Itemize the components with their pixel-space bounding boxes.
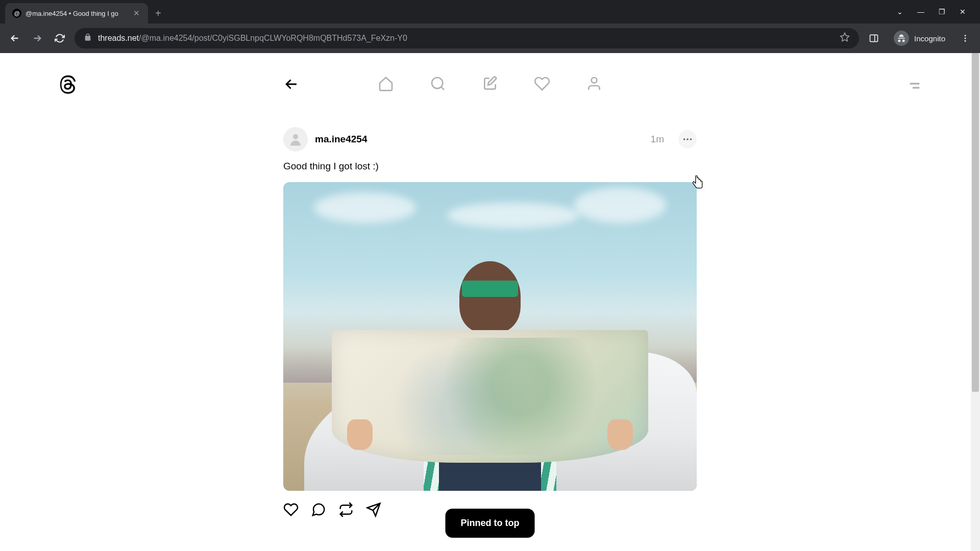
scrollbar-thumb[interactable] xyxy=(972,53,979,392)
timestamp: 1m xyxy=(651,134,664,145)
avatar[interactable] xyxy=(283,127,308,152)
address-bar: threads.net/@ma.ine4254/post/C0yiSGBLnpq… xyxy=(0,23,980,53)
toast: Pinned to top xyxy=(446,509,535,538)
like-button[interactable] xyxy=(283,502,299,517)
browser-tab[interactable]: @ @ma.ine4254 • Good thing I go ✕ xyxy=(5,3,148,23)
post-text: Good thing I got lost :) xyxy=(283,161,697,172)
username[interactable]: ma.ine4254 xyxy=(315,134,367,145)
header-row xyxy=(0,53,980,99)
side-panel-icon[interactable] xyxy=(866,31,881,46)
more-button[interactable] xyxy=(678,130,697,148)
activity-icon[interactable] xyxy=(534,76,550,92)
tabs-dropdown-icon[interactable]: ⌄ xyxy=(897,8,903,16)
svg-rect-0 xyxy=(870,35,878,41)
reload-button[interactable] xyxy=(52,31,67,46)
share-button[interactable] xyxy=(366,502,381,517)
svg-point-2 xyxy=(965,35,966,36)
bookmark-star-icon[interactable] xyxy=(840,32,850,44)
svg-point-3 xyxy=(965,38,966,39)
create-icon[interactable] xyxy=(482,76,498,92)
svg-point-7 xyxy=(592,78,597,83)
home-icon[interactable] xyxy=(378,76,394,92)
toast-message: Pinned to top xyxy=(461,518,520,528)
post-image[interactable] xyxy=(283,182,697,491)
minimize-icon[interactable]: — xyxy=(917,8,924,16)
back-button[interactable] xyxy=(7,31,22,46)
post-header: ma.ine4254 1m xyxy=(283,127,697,152)
new-tab-button[interactable]: + xyxy=(155,8,161,19)
lock-icon xyxy=(84,33,92,43)
svg-point-5 xyxy=(432,78,443,88)
svg-point-12 xyxy=(687,138,689,140)
svg-point-10 xyxy=(293,134,298,139)
forward-button[interactable] xyxy=(30,31,45,46)
browser-chrome: @ @ma.ine4254 • Good thing I go ✕ + ⌄ — … xyxy=(0,0,980,53)
svg-point-11 xyxy=(683,138,685,140)
menu-icon[interactable] xyxy=(906,78,923,96)
threads-favicon: @ xyxy=(12,9,21,18)
svg-line-6 xyxy=(441,87,444,90)
close-window-icon[interactable]: ✕ xyxy=(960,8,966,16)
incognito-label: Incognito xyxy=(914,34,945,43)
maximize-icon[interactable]: ❐ xyxy=(939,8,945,16)
url-text: threads.net/@ma.ine4254/post/C0yiSGBLnpq… xyxy=(98,34,407,43)
close-tab-icon[interactable]: ✕ xyxy=(132,9,141,18)
back-arrow-button[interactable] xyxy=(283,76,300,95)
tab-bar: @ @ma.ine4254 • Good thing I go ✕ + ⌄ — … xyxy=(0,0,980,23)
post: ma.ine4254 1m Good thing I got lost :) xyxy=(283,127,697,517)
incognito-icon xyxy=(894,31,909,46)
svg-point-4 xyxy=(965,40,966,42)
tab-title: @ma.ine4254 • Good thing I go xyxy=(26,10,128,17)
search-icon[interactable] xyxy=(430,76,446,92)
page-content: ma.ine4254 1m Good thing I got lost :) xyxy=(0,53,980,551)
threads-logo[interactable] xyxy=(57,73,78,98)
svg-point-13 xyxy=(690,138,692,140)
window-controls: ⌄ — ❐ ✕ xyxy=(897,8,975,16)
chrome-menu-icon[interactable] xyxy=(958,31,973,46)
nav-icons xyxy=(378,76,602,92)
url-box[interactable]: threads.net/@ma.ine4254/post/C0yiSGBLnpq… xyxy=(75,28,859,48)
profile-icon[interactable] xyxy=(586,76,602,92)
scrollbar-track[interactable] xyxy=(971,53,980,551)
repost-button[interactable] xyxy=(338,502,354,517)
incognito-badge[interactable]: Incognito xyxy=(889,31,950,46)
reply-button[interactable] xyxy=(311,502,326,517)
